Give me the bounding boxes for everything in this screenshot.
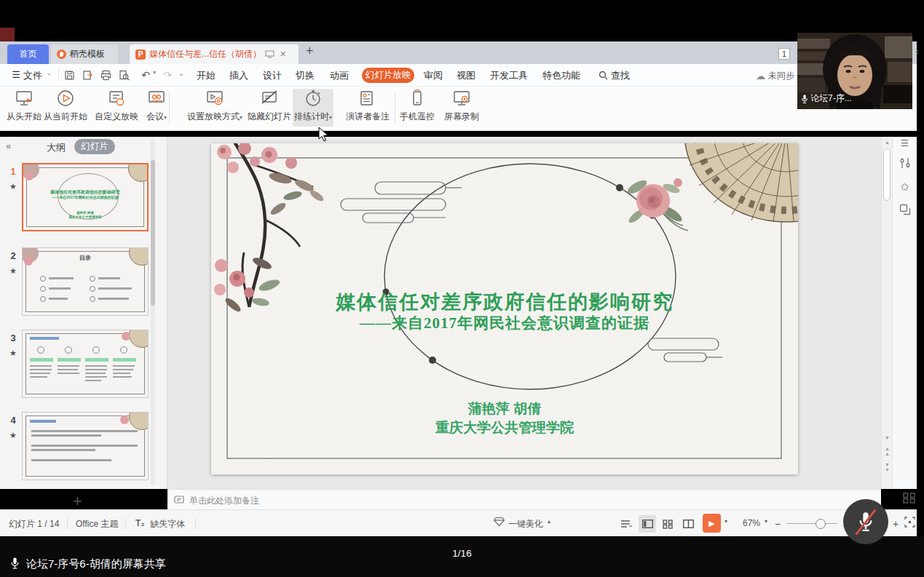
ribbon-toolbar: 从头开始 从当前开始 自定义放映 会议▾ 设置放映方式▾ 隐藏幻灯片 排练计时▾ [0,87,917,131]
previous-slide-icon[interactable]: ▲ [882,446,893,451]
menu-devtools[interactable]: 开发工具 [490,69,528,82]
play-from-start-button[interactable]: 从头开始 [7,89,42,123]
notes-bar[interactable]: 单击此处添加备注 [167,489,881,509]
divider [58,69,59,81]
play-slideshow-button[interactable]: ▶ [703,514,721,533]
selection-pane-icon[interactable] [899,204,911,218]
present-mode-icon[interactable] [265,50,275,58]
slide-thumbnail-1[interactable]: 媒体信任对差序政府信任的影响研究 ——来自2017年网民社会意识调查的证据 蒲艳… [22,163,149,231]
tab-document[interactable]: P 媒体信任与差...信任（胡倩） ✕ [130,44,299,64]
search-icon[interactable] [599,71,608,82]
tab-close-icon[interactable]: ✕ [280,49,286,59]
play-from-current-button[interactable]: 从当前开始 [44,89,87,123]
webcam-label: 论坛7-序... [801,92,852,105]
scrollbar-thumb[interactable] [883,148,891,201]
slides-tab-active[interactable]: 幻灯片 [74,139,115,154]
slide-number: 4 [6,415,20,426]
tab-docer-templates[interactable]: 稻壳模板 [51,44,118,64]
beautify-label[interactable]: 一键美化 [508,518,543,530]
menu-insert[interactable]: 插入 [229,69,248,82]
rehearse-timing-button[interactable]: 排练计时▾ [294,89,332,123]
file-menu-caret-icon: ⌄ [46,69,52,76]
panel-scrollbar[interactable] [151,140,155,485]
animation-pane-icon[interactable]: ✩ [900,180,909,194]
slide-sorter-icon[interactable] [659,515,676,533]
custom-show-button[interactable]: 自定义放映 [95,89,138,123]
menu-design[interactable]: 设计 [263,69,282,82]
slide-thumbnail-3[interactable] [22,330,149,398]
hide-slide-button[interactable]: 隐藏幻灯片 [248,89,291,123]
phone-remote-button[interactable]: 手机遥控 [400,89,435,123]
save-icon[interactable] [64,70,75,83]
speaker-notes-button[interactable]: 演讲者备注 [346,89,390,123]
slide-authors[interactable]: 蒲艳萍 胡倩 [211,399,798,418]
object-properties-icon[interactable] [899,157,911,171]
zoom-in-icon[interactable]: + [893,518,899,530]
zoom-slider-track[interactable] [786,523,837,524]
webcam-label-text: 论坛7-序... [810,92,852,105]
file-menu[interactable]: 文件 [23,69,42,82]
slide-layout-grid-icon[interactable] [903,493,915,506]
page-indicator: 1/16 [452,548,471,559]
screen-share-label: 论坛7-序号6-胡倩的屏幕共享 [26,557,166,571]
divider [67,518,68,529]
add-slide-button[interactable]: + [73,492,82,511]
menu-transition[interactable]: 切换 [296,69,315,82]
scroll-down-icon[interactable]: ▼ [882,435,893,440]
undo-icon[interactable]: ↶ [141,69,150,81]
setup-show-button[interactable]: 设置放映方式▾ [187,89,242,123]
slide-thumbnail-2[interactable]: 目录 [22,247,149,316]
menu-view[interactable]: 视图 [457,69,475,82]
slide-subtitle[interactable]: ——来自2017年网民社会意识调查的证据 [211,313,798,333]
more-commands-icon[interactable]: ⌄ [178,69,184,77]
reading-view-icon[interactable] [679,515,697,533]
slide-title[interactable]: 媒体信任对差序政府信任的影响研究 [211,289,798,315]
scroll-up-icon[interactable]: ▲ [882,140,893,145]
next-slide-icon2[interactable]: ▼ [882,467,893,472]
zoom-out-icon[interactable]: − [775,518,781,530]
screen-record-button[interactable]: 屏幕录制 [444,89,479,123]
play-caret-icon[interactable]: ▾ [724,518,727,525]
theme-name[interactable]: Office 主题 [76,518,118,530]
menu-home[interactable]: 开始 [197,69,216,82]
menu-animation[interactable]: 动画 [330,69,349,82]
notes-toggle-icon[interactable] [617,515,635,533]
slide-number: 2 [6,250,20,261]
slide-affiliation[interactable]: 重庆大学公共管理学院 [211,418,798,437]
slide-canvas[interactable]: 媒体信任对差序政府信任的影响研究 ——来自2017年网民社会意识调查的证据 蒲艳… [211,143,798,474]
print-icon[interactable] [100,70,111,83]
outline-tab[interactable]: 大纲 [47,141,66,154]
zoom-slider-knob[interactable] [816,519,826,529]
hamburger-icon[interactable]: ☰ [12,69,20,80]
sync-status[interactable]: ☁ 未同步 [756,70,794,82]
print-preview-icon[interactable] [119,70,130,83]
fit-slide-icon[interactable] [904,517,915,530]
undo-caret-icon[interactable]: ▾ [153,69,156,76]
redo-icon[interactable]: ↷ [163,69,172,81]
tab-home[interactable]: 首页 [7,44,49,64]
menu-find[interactable]: 查找 [611,69,630,82]
collapse-sidebar-icon[interactable]: ‹ [915,46,918,57]
collapse-panel-icon[interactable]: « [6,140,11,151]
normal-view-icon[interactable] [639,515,656,533]
menu-review[interactable]: 审阅 [424,69,443,82]
webcam-video[interactable]: 论坛7-序... [797,33,912,109]
wps-presentation-icon: P [135,49,146,60]
slide-number: 1 [6,166,20,177]
slide-thumbnail-4[interactable] [22,412,149,480]
mute-mic-button[interactable] [843,499,888,544]
menu-features[interactable]: 特色功能 [542,69,580,82]
meeting-button[interactable]: 会议▾ [146,89,167,123]
menu-slideshow-active[interactable]: 幻灯片放映 [362,68,414,83]
new-tab-button[interactable]: + [306,44,314,59]
missing-font-label[interactable]: 缺失字体 [150,518,185,530]
zoom-level[interactable]: 67% [743,518,760,528]
status-bar: 幻灯片 1 / 14 Office 主题 T₂ 缺失字体 一键美化 ▴ ▶ ▾ … [0,509,917,536]
beautify-icon[interactable] [494,517,505,529]
divider [125,518,126,529]
previous-slide-icon2[interactable]: ▲ [882,451,893,456]
panel-handle-icon[interactable]: ☰ [901,138,909,148]
main-scrollbar[interactable]: ▲ ▼ ▲ ▲ ▼ ▼ [881,137,892,489]
next-slide-icon[interactable]: ▼ [882,462,893,467]
export-icon[interactable] [82,70,93,83]
